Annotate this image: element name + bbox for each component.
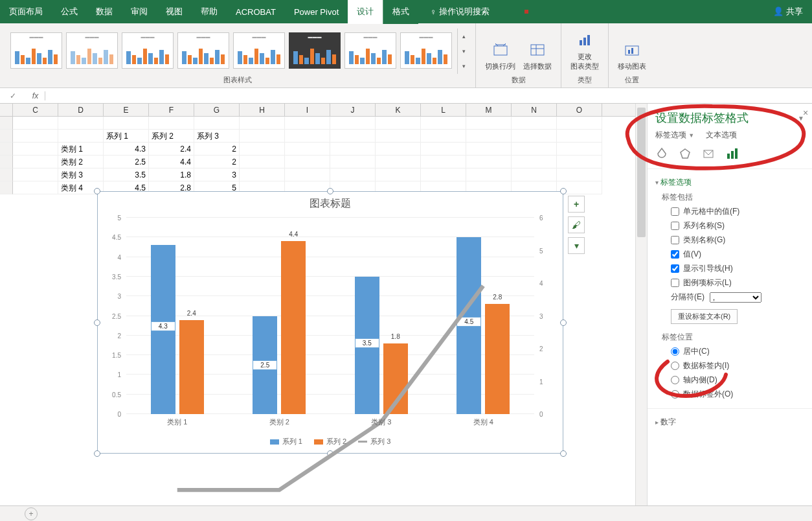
cb-category-name[interactable]: 类别名称(G) [671,235,804,246]
chart-style-thumb[interactable]: ▬▬▬ [66,32,118,69]
spreadsheet-grid[interactable]: C D E F G H I J K L M N O 系列 1系列 2系列 3 类… [0,104,644,505]
embedded-chart[interactable]: + 🖌 ▾ 图表标题 5 4.5 4 3.5 3 2.5 2 1.5 1 0.5… [97,191,563,454]
col-header[interactable]: L [421,104,466,116]
col-header[interactable]: D [58,104,104,116]
chart-style-scroll[interactable]: ▴▾▾ [457,29,470,74]
bar-group[interactable]: 4.5 2.8 [433,218,535,414]
chart-style-gallery[interactable]: ▬▬▬ ▬▬▬ ▬▬▬ ▬▬▬ ▬▬▬ ▬▬▬ ▬▬▬ ▬▬▬ [5,29,457,74]
resize-handle[interactable] [94,450,100,457]
data-label[interactable]: 4.3 [151,321,175,331]
formula-cancel-icon[interactable]: ✓ [0,91,26,100]
resize-handle[interactable] [327,450,333,457]
rb-inside-end[interactable]: 数据标签内(I) [671,360,804,371]
col-header[interactable]: O [557,104,602,116]
bar-group[interactable]: 4.3 2.4 [126,218,229,414]
vertical-scrollbar[interactable] [635,104,647,505]
tab-data[interactable]: 数据 [87,0,122,24]
resize-handle[interactable] [560,188,567,194]
tab-page-layout[interactable]: 页面布局 [0,0,52,24]
col-header[interactable]: N [512,104,557,116]
data-label[interactable]: 3.5 [355,338,379,348]
chart-styles-button[interactable]: 🖌 [568,216,585,233]
bar-group[interactable]: 3.5 1.8 [330,218,433,414]
change-chart-type-button[interactable]: 更改 图表类型 [567,29,603,74]
rb-outside-end[interactable]: 数据标签外(O) [671,389,804,400]
bar-series2[interactable]: 2.4 [179,320,204,414]
chart-elements-button[interactable]: + [568,196,585,213]
reset-label-text-button[interactable]: 重设标签文本(R) [671,309,738,324]
move-chart-button[interactable]: 移动图表 [614,38,650,74]
table-row[interactable]: 类别 14.32.42 [0,143,644,156]
switch-row-col-button[interactable]: 切换行/列 [481,38,519,74]
chart-style-thumb[interactable]: ▬▬▬ [344,32,396,69]
fx-icon[interactable]: fx [26,91,45,100]
effects-icon[interactable] [679,147,692,162]
bar-series1[interactable]: 2.5 [253,316,277,415]
tab-acrobat[interactable]: ACROBAT [227,1,285,23]
chart-style-thumb[interactable]: ▬▬▬ [177,32,229,69]
col-header[interactable]: F [149,104,194,116]
col-header[interactable]: K [376,104,421,116]
cb-value[interactable]: 值(V) [671,249,804,260]
separator-select[interactable]: , [710,292,761,303]
legend-item[interactable]: 系列 2 [314,437,346,446]
new-sheet-button[interactable]: + [25,507,38,520]
resize-handle[interactable] [94,188,100,194]
col-header[interactable]: J [330,104,376,116]
resize-handle[interactable] [327,188,333,194]
bar-series1[interactable]: 4.3 [151,245,175,414]
col-header[interactable]: E [104,104,149,116]
col-header[interactable]: M [466,104,512,116]
chart-style-thumb[interactable]: ▬▬▬ [122,32,174,69]
text-options-tab[interactable]: 文本选项 [706,130,737,141]
chart-legend[interactable]: 系列 1 系列 2 系列 3 [98,437,563,446]
cb-cell-value[interactable]: 单元格中的值(F) [671,206,804,217]
close-pane-icon[interactable]: × [803,108,812,118]
cb-leader-lines[interactable]: 显示引导线(H) [671,263,804,274]
data-label[interactable]: 4.5 [457,317,481,327]
col-header[interactable]: H [240,104,285,116]
chart-title[interactable]: 图表标题 [98,192,563,216]
tab-formulas[interactable]: 公式 [52,0,87,24]
cb-series-name[interactable]: 系列名称(S) [671,220,804,231]
tab-design[interactable]: 设计 [348,0,383,24]
tab-review[interactable]: 审阅 [122,0,157,24]
size-icon[interactable] [702,147,715,162]
rb-center[interactable]: 居中(C) [671,346,804,357]
bar-series1[interactable]: 4.5 [457,237,481,414]
chart-style-thumb[interactable]: ▬▬▬ [289,32,341,69]
label-options-tab[interactable]: 标签选项 ▼ [655,130,694,141]
resize-handle[interactable] [560,450,567,457]
table-row[interactable]: 类别 22.54.42 [0,156,644,168]
share-button[interactable]: 👤 共享 [764,6,812,17]
tab-view[interactable]: 视图 [157,0,192,24]
plot-area[interactable]: 4.3 2.4 2.5 4.4 [126,218,534,414]
bar-series1[interactable]: 3.5 [355,277,379,414]
table-row[interactable]: 类别 33.51.83 [0,168,644,181]
chart-filters-button[interactable]: ▾ [568,237,585,254]
tab-power-pivot[interactable]: Power Pivot [285,1,348,23]
bar-series2[interactable]: 1.8 [383,343,408,414]
tab-format[interactable]: 格式 [383,0,418,24]
tell-me-search[interactable]: ♀ 操作说明搜索 [421,0,499,24]
data-label[interactable]: 2.5 [253,360,277,370]
bar-group[interactable]: 2.5 4.4 [229,218,331,414]
tab-help[interactable]: 帮助 [192,0,227,24]
chart-style-thumb[interactable]: ▬▬▬ [10,32,62,69]
fill-icon[interactable] [655,147,668,162]
cb-legend-key[interactable]: 图例项标示(L) [671,277,804,288]
label-options-icon[interactable] [725,147,738,162]
col-header[interactable]: G [194,104,240,116]
bar-series2[interactable]: 2.8 [485,304,510,414]
chart-style-thumb[interactable]: ▬▬▬ [400,32,452,69]
chart-style-thumb[interactable]: ▬▬▬ [233,32,285,69]
section-label-options[interactable]: 标签选项 [655,177,804,188]
section-number[interactable]: 数字 [655,417,804,428]
col-header[interactable]: C [13,104,58,116]
rb-inside-base[interactable]: 轴内侧(D) [671,375,804,386]
legend-item[interactable]: 系列 1 [270,437,302,446]
table-row[interactable]: 系列 1系列 2系列 3 [0,130,644,143]
legend-item[interactable]: 系列 3 [358,437,390,446]
col-header[interactable]: I [285,104,330,116]
select-data-button[interactable]: 选择数据 [519,38,556,74]
